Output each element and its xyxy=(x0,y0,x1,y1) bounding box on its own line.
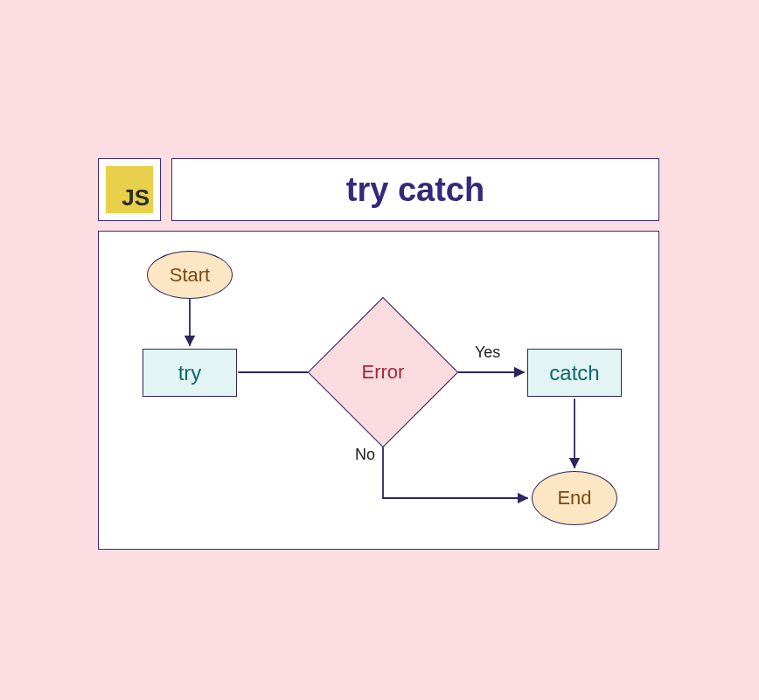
node-start: Start xyxy=(147,251,233,299)
node-start-label: Start xyxy=(170,264,210,287)
edge-label-no: No xyxy=(355,446,375,464)
flowchart-canvas: Start try Error catch End Yes No xyxy=(98,231,659,550)
node-end-label: End xyxy=(557,487,591,509)
diagram-stage: JS try catch xyxy=(0,0,759,700)
diagram-title: try catch xyxy=(346,171,484,209)
title-box: try catch xyxy=(171,158,659,221)
node-error: Error xyxy=(309,298,457,447)
logo-box: JS xyxy=(98,158,161,221)
node-try-label: try xyxy=(178,361,202,385)
js-logo-icon: JS xyxy=(106,166,153,213)
edge-label-yes: Yes xyxy=(475,343,500,362)
node-end: End xyxy=(532,471,617,525)
node-catch: catch xyxy=(527,349,622,397)
node-catch-label: catch xyxy=(549,361,599,385)
logo-text: JS xyxy=(122,184,153,213)
node-try: try xyxy=(143,349,237,397)
node-error-label: Error xyxy=(362,361,405,384)
